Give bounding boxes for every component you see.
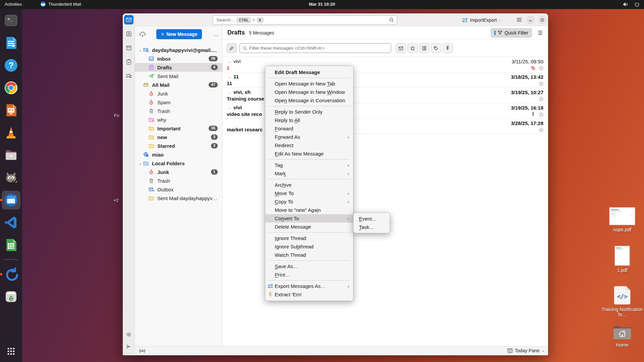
filter-starred-button[interactable] (408, 43, 418, 53)
menu-item-open-message-in-new-window[interactable]: Open Message in New Window (265, 88, 353, 96)
folder-pane-options-icon[interactable]: … (213, 31, 219, 37)
menu-item-reply-to-sender-only[interactable]: Reply to Sender Only (265, 108, 353, 116)
star-icon[interactable] (538, 65, 544, 71)
vscode-dock-icon[interactable] (3, 215, 19, 231)
menu-item-task-[interactable]: Task… (354, 223, 390, 231)
menu-item-save-as-[interactable]: Save As… (265, 262, 353, 270)
libreoffice-calc-dock-icon[interactable] (3, 237, 19, 253)
menu-item-ignore-thread[interactable]: Ignore Thread (265, 234, 353, 242)
folder-row-junk[interactable]: Junk1 (135, 168, 222, 176)
desktop-icon-nope-pdf[interactable]: nope.pdf (600, 207, 644, 232)
space-tasks[interactable] (124, 57, 133, 67)
menu-item-delete-message[interactable]: Delete Message (265, 223, 353, 231)
filter-messages-input[interactable] (249, 46, 388, 51)
folder-row-inbox[interactable]: Inbox36 (135, 54, 222, 63)
menu-item-forward[interactable]: Forward (265, 124, 353, 133)
trash-dock-icon[interactable] (3, 289, 19, 305)
space-mail[interactable] (124, 15, 133, 24)
star-icon[interactable] (538, 81, 544, 86)
menu-item-tag[interactable]: Tag› (265, 161, 353, 169)
global-search[interactable]: Search… CTRL + K (213, 15, 397, 24)
menu-item-edit-draft-message[interactable]: Edit Draft Message (265, 68, 353, 76)
today-pane-toggle[interactable]: 31 Today Pane ⌄ (507, 348, 545, 353)
chevron-down-icon[interactable]: ⌄ (138, 161, 143, 166)
terminal-dock-icon[interactable]: >_ (3, 12, 19, 28)
filter-contacts-button[interactable] (419, 43, 429, 53)
thunderbird-dock-icon[interactable] (3, 192, 19, 208)
menu-item-forward-as[interactable]: Forward As› (265, 133, 353, 141)
menu-item-edit-as-new-message[interactable]: Edit As New Message (265, 149, 353, 158)
show-apps-dock-icon[interactable] (3, 343, 19, 359)
volume-icon[interactable] (623, 1, 629, 7)
folder-row-starred[interactable]: Starred3 (135, 141, 222, 150)
libreoffice-writer-dock-icon[interactable] (3, 35, 19, 51)
folder-row-new[interactable]: new3 (135, 133, 222, 141)
menu-item-copy-to[interactable]: Copy To› (265, 197, 353, 206)
maximize-button[interactable] (538, 16, 546, 24)
folder-row-outbox[interactable]: Outbox (135, 185, 222, 194)
focused-app-menu[interactable]: Thunderbird Mail (40, 1, 81, 7)
menu-item-mark[interactable]: Mark› (265, 169, 353, 178)
folder-row-important[interactable]: Important35 (135, 124, 222, 133)
star-icon[interactable] (538, 96, 544, 102)
menu-item-move-to[interactable]: Move To› (265, 189, 353, 197)
desktop-icon-training-notification-te-[interactable]: </>Training Notification Te… (600, 286, 644, 317)
cloud-sync-icon[interactable] (139, 31, 146, 38)
menu-item-archive[interactable]: Archive (265, 181, 353, 189)
new-message-button[interactable]: + New Message (156, 29, 202, 39)
folder-row-trash[interactable]: Trash (135, 176, 222, 185)
folder-row-why[interactable]: why (135, 115, 222, 124)
menu-item-ignore-subthread[interactable]: Ignore Subthread (265, 242, 353, 251)
menu-item-export-messages-as-[interactable]: Export Messages As…› (265, 282, 353, 290)
chevron-down-icon[interactable]: ⌄ (138, 48, 143, 52)
files-dock-icon[interactable] (3, 147, 19, 163)
settings-gear-icon[interactable] (125, 331, 132, 338)
menu-item-move-to-new-again[interactable]: Move to "new" Again (265, 206, 353, 214)
folder-row-all-mail[interactable]: ›All Mail47 (135, 80, 222, 89)
activities-button[interactable]: Activities (5, 2, 22, 7)
importexport-button[interactable]: ImportExport ⌄ (462, 16, 502, 24)
minimize-button[interactable] (526, 16, 535, 24)
quick-filter-button[interactable]: Quick Filter (491, 28, 532, 38)
filter-attachment-button[interactable] (443, 43, 453, 53)
menu-item-print-[interactable]: Print… (265, 270, 353, 279)
menu-item-watch-thread[interactable]: Watch Thread (265, 251, 353, 259)
folder-row-local-folders[interactable]: ⌄Local Folders (135, 159, 222, 168)
help-dock-icon[interactable]: ? (3, 57, 19, 73)
menu-item-extract-em-[interactable]: Extract 'Em! (265, 290, 353, 299)
clock[interactable]: Mar 31 10:20 (309, 2, 335, 7)
menu-item-redirect[interactable]: Redirect (265, 141, 353, 149)
menu-item-open-message-in-conversation[interactable]: Open Message in Conversation (265, 96, 353, 105)
folder-row-drafts[interactable]: Drafts4 (135, 63, 222, 72)
folder-row-miao[interactable]: miao (135, 150, 222, 159)
folder-row-sent-mail-daydayhappyvi-[interactable]: Sent Mail-daydayhappyvi… (135, 194, 222, 202)
filter-unread-button[interactable] (396, 43, 406, 53)
desktop-icon-home[interactable]: Home (600, 324, 644, 348)
sticky-filter-button[interactable] (227, 43, 237, 53)
menu-item-convert-to[interactable]: Convert To› (265, 214, 353, 223)
desktop-icon-1-pdf[interactable]: 1.pdf (600, 246, 644, 273)
folder-row-sent-mail[interactable]: Sent Mail (135, 72, 222, 80)
gimp-dock-icon[interactable] (3, 170, 19, 186)
folder-row-trash[interactable]: Trash (135, 107, 222, 115)
collapse-spaces-icon[interactable] (125, 343, 132, 350)
vlc-dock-icon[interactable] (3, 125, 19, 141)
menu-item-event-[interactable]: Event… (354, 215, 390, 223)
libreoffice-impress-dock-icon[interactable] (3, 102, 19, 118)
chrome-dock-icon[interactable] (3, 80, 19, 96)
space-calendar[interactable] (124, 43, 133, 53)
folder-row-junk[interactable]: Junk (135, 89, 222, 98)
software-updater-dock-icon[interactable] (3, 266, 19, 282)
folder-row-daydayhappyvivi-gmail-c-[interactable]: ⌄daydayhappyvivi@gmail.c… (135, 46, 222, 54)
menu-item-open-message-in-new-tab[interactable]: Open Message in New Tab (265, 79, 353, 88)
power-icon[interactable] (634, 1, 640, 7)
space-address-book[interactable] (124, 29, 133, 39)
star-icon[interactable] (538, 112, 544, 117)
filter-tags-button[interactable] (431, 43, 441, 53)
app-menu-icon[interactable] (516, 16, 523, 23)
menu-item-reply-to-all[interactable]: Reply to All (265, 116, 353, 124)
message-list-display-options-icon[interactable] (537, 30, 543, 36)
space-chat[interactable] (124, 71, 133, 81)
star-icon[interactable] (538, 127, 544, 133)
folder-row-spam[interactable]: Spam (135, 98, 222, 107)
